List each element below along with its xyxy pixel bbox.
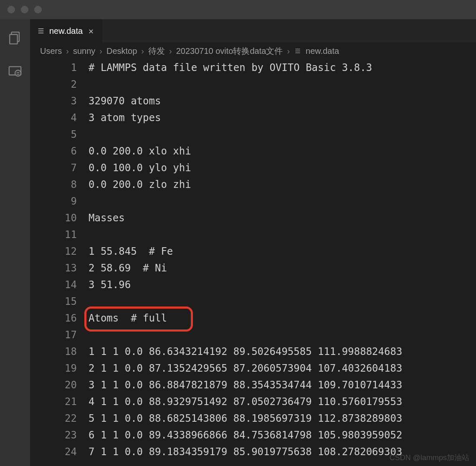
- line-number: 6: [30, 143, 77, 160]
- chevron-right-icon: ›: [139, 46, 146, 56]
- line-number: 11: [30, 226, 77, 243]
- line-number: 15: [30, 293, 77, 310]
- code-line[interactable]: 3 1 1 0.0 86.8847821879 88.3543534744 10…: [89, 377, 476, 393]
- svg-point-3: [15, 70, 21, 76]
- code-line[interactable]: [89, 76, 476, 93]
- line-number: 9: [30, 193, 77, 210]
- code-line[interactable]: 329070 atoms: [89, 93, 476, 109]
- code-line[interactable]: 0.0 200.0 xlo xhi: [89, 143, 476, 160]
- line-number: 7: [30, 160, 77, 176]
- line-number: 4: [30, 109, 77, 126]
- line-number: 10: [30, 210, 77, 226]
- line-number: 18: [30, 343, 77, 360]
- code-line[interactable]: 0.0 200.0 zlo zhi: [89, 176, 476, 193]
- tab-bar: new.data ✕: [30, 19, 476, 43]
- traffic-minimize-icon[interactable]: [21, 6, 28, 13]
- line-number: 22: [30, 410, 77, 427]
- code-line[interactable]: Masses: [89, 210, 476, 226]
- code-line[interactable]: [89, 226, 476, 243]
- code-line[interactable]: 0.0 100.0 ylo yhi: [89, 160, 476, 176]
- activity-bar: [0, 19, 30, 466]
- line-number: 23: [30, 427, 77, 443]
- svg-rect-1: [10, 35, 17, 44]
- line-number: 14: [30, 276, 77, 293]
- line-number: 2: [30, 76, 77, 93]
- explorer-icon[interactable]: [8, 31, 22, 47]
- traffic-close-icon[interactable]: [8, 6, 15, 13]
- code-line[interactable]: 5 1 1 0.0 88.6825143806 88.1985697319 11…: [89, 410, 476, 427]
- chevron-right-icon: ›: [285, 46, 291, 56]
- line-number: 24: [30, 443, 77, 460]
- code-line[interactable]: 4 1 1 0.0 88.9329751492 87.0502736479 11…: [89, 393, 476, 410]
- breadcrumb-item[interactable]: Users: [40, 46, 62, 56]
- code-line[interactable]: [89, 293, 476, 310]
- code-line[interactable]: [89, 327, 476, 343]
- line-number: 3: [30, 93, 77, 109]
- line-number: 8: [30, 176, 77, 193]
- code-line[interactable]: Atoms # full: [89, 310, 476, 327]
- code-line[interactable]: 3 51.96: [89, 276, 476, 293]
- code-line[interactable]: 2 1 1 0.0 87.1352429565 87.2060573904 10…: [89, 360, 476, 377]
- code-line[interactable]: 1 1 1 0.0 86.6343214192 89.5026495585 11…: [89, 343, 476, 360]
- traffic-zoom-icon[interactable]: [34, 6, 42, 13]
- watermark: CSDN @lammps加油站: [390, 453, 469, 463]
- breadcrumbs[interactable]: Users › sunny › Desktop › 待发 › 20230710 …: [30, 43, 476, 59]
- breadcrumb-item[interactable]: new.data: [306, 46, 339, 56]
- titlebar: [0, 0, 476, 19]
- chevron-right-icon: ›: [64, 46, 71, 56]
- code-line[interactable]: 3 atom types: [89, 109, 476, 126]
- code-line[interactable]: 2 58.69 # Ni: [89, 260, 476, 276]
- line-number: 21: [30, 393, 77, 410]
- file-icon: [294, 47, 301, 55]
- code-line[interactable]: # LAMMPS data file written by OVITO Basi…: [89, 59, 476, 76]
- remote-explorer-icon[interactable]: [8, 64, 22, 80]
- code-area[interactable]: # LAMMPS data file written by OVITO Basi…: [89, 59, 476, 466]
- line-number: 5: [30, 126, 77, 143]
- line-number-gutter: 123456789101112131415161718192021222324: [30, 59, 89, 466]
- line-number: 16: [30, 310, 77, 327]
- code-line[interactable]: 1 55.845 # Fe: [89, 243, 476, 260]
- chevron-right-icon: ›: [167, 46, 174, 56]
- line-number: 19: [30, 360, 77, 377]
- code-line[interactable]: [89, 126, 476, 143]
- breadcrumb-item[interactable]: Desktop: [106, 46, 137, 56]
- line-number: 17: [30, 327, 77, 343]
- chevron-right-icon: ›: [98, 46, 104, 56]
- line-number: 13: [30, 260, 77, 276]
- line-number: 20: [30, 377, 77, 393]
- editor[interactable]: 123456789101112131415161718192021222324 …: [30, 59, 476, 466]
- breadcrumb-item[interactable]: sunny: [73, 46, 95, 56]
- code-line[interactable]: [89, 193, 476, 210]
- line-number: 1: [30, 59, 77, 76]
- close-icon[interactable]: ✕: [87, 26, 95, 36]
- line-number: 12: [30, 243, 77, 260]
- breadcrumb-item[interactable]: 20230710 ovito转换data文件: [176, 46, 283, 57]
- tab-label: new.data: [49, 26, 83, 36]
- breadcrumb-item[interactable]: 待发: [148, 46, 165, 57]
- tab-new-data[interactable]: new.data ✕: [30, 19, 102, 43]
- file-icon: [37, 27, 45, 35]
- code-line[interactable]: 6 1 1 0.0 89.4338966866 84.7536814798 10…: [89, 427, 476, 443]
